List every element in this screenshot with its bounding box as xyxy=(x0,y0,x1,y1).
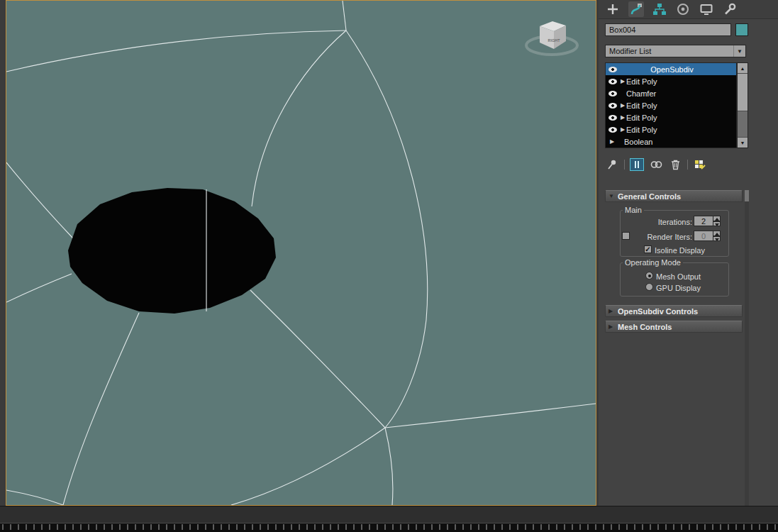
spinner-arrows[interactable] xyxy=(713,231,721,241)
gpu-display-label: GPU Display xyxy=(656,284,701,292)
iterations-spinner[interactable]: 2 xyxy=(694,216,721,226)
visibility-icon[interactable] xyxy=(608,127,617,133)
toolbar-separator xyxy=(687,160,688,170)
scroll-thumb[interactable] xyxy=(738,74,748,111)
stack-row-edit-poly-2[interactable]: ▶ Edit Poly xyxy=(606,99,736,111)
render-iters-spinner[interactable]: 0 xyxy=(694,231,721,241)
expand-arrow-icon[interactable]: ▶ xyxy=(619,126,626,133)
stack-row-edit-poly-1[interactable]: ▶ Edit Poly xyxy=(606,75,736,87)
visibility-icon[interactable] xyxy=(608,91,617,96)
stack-row-edit-poly-3[interactable]: ▶ Edit Poly xyxy=(606,111,736,123)
visibility-icon[interactable] xyxy=(608,115,617,121)
visibility-icon[interactable] xyxy=(608,79,617,84)
plus-icon xyxy=(608,4,618,14)
scroll-up-button[interactable]: ▲ xyxy=(738,63,748,74)
configure-modifier-sets-button[interactable] xyxy=(693,158,707,171)
show-end-result-button[interactable] xyxy=(630,158,644,171)
panel-scrollbar[interactable] xyxy=(745,190,749,506)
tab-create[interactable] xyxy=(605,1,621,17)
panel-scroll-thumb[interactable] xyxy=(745,190,749,201)
dropdown-arrow-icon[interactable]: ▼ xyxy=(733,45,745,57)
isoline-display-label: Isoline Display xyxy=(655,246,705,255)
rollout-title: General Controls xyxy=(618,192,681,201)
tab-hierarchy[interactable] xyxy=(652,1,667,17)
expand-arrow-icon: ▶ xyxy=(608,308,614,314)
hierarchy-icon xyxy=(652,2,667,16)
iterations-label: Iterations: xyxy=(627,218,692,226)
rollout-mesh-controls[interactable]: ▶ Mesh Controls xyxy=(605,321,743,333)
stack-scrollbar[interactable]: ▲ ▼ xyxy=(737,62,748,148)
modifier-label: Edit Poly xyxy=(626,77,736,86)
spinner-arrows[interactable] xyxy=(713,216,721,226)
tab-display[interactable] xyxy=(699,1,714,17)
make-unique-button[interactable] xyxy=(649,158,663,171)
command-panel-tabbar xyxy=(599,0,778,19)
toolbar-separator xyxy=(624,160,625,170)
mesh-output-label: Mesh Output xyxy=(656,272,701,281)
group-title: Main xyxy=(623,206,644,214)
viewport-canvas: RIGHT xyxy=(6,1,596,505)
iterations-value[interactable]: 2 xyxy=(694,216,713,226)
rollout-title: Mesh Controls xyxy=(618,323,672,331)
status-strip xyxy=(0,506,778,523)
collapse-arrow-icon: ▼ xyxy=(608,193,614,199)
display-monitor-icon xyxy=(699,2,713,16)
modifier-label: Edit Poly xyxy=(626,113,736,122)
scroll-down-button[interactable]: ▼ xyxy=(738,137,748,148)
stack-row-chamfer[interactable]: Chamfer xyxy=(606,87,736,99)
stack-toolbar xyxy=(605,157,747,172)
viewcube-face-label: RIGHT xyxy=(548,38,560,43)
track-bar-ruler[interactable] xyxy=(0,523,778,532)
modifier-label: Chamfer xyxy=(626,89,736,98)
tab-utilities[interactable] xyxy=(722,1,738,17)
mesh-output-radio[interactable] xyxy=(645,272,653,279)
3ds-max-window: RIGHT xyxy=(0,0,778,532)
remove-modifier-button[interactable] xyxy=(668,158,682,171)
timeline-ticks xyxy=(2,524,778,530)
base-object-label: Boolean xyxy=(616,138,736,146)
render-iters-value[interactable]: 0 xyxy=(694,231,713,241)
modifier-list-dropdown[interactable]: Modifier List ▼ xyxy=(605,45,746,57)
expand-arrow-icon[interactable]: ▶ xyxy=(608,138,616,145)
modifier-label: Edit Poly xyxy=(626,101,736,110)
make-unique-icon xyxy=(650,158,662,171)
isoline-display-checkbox[interactable]: ✓ xyxy=(644,245,652,253)
check-icon: ✓ xyxy=(645,245,650,253)
modifier-label: OpenSubdiv xyxy=(619,65,736,74)
render-iters-label: Render Iters: xyxy=(631,233,692,241)
modify-icon xyxy=(629,2,643,16)
render-iters-checkbox[interactable] xyxy=(622,232,630,240)
viewcube[interactable]: RIGHT xyxy=(526,21,577,55)
mesh-hole-face xyxy=(68,188,276,314)
expand-arrow-icon: ▶ xyxy=(608,323,614,330)
visibility-icon[interactable] xyxy=(608,103,617,109)
stack-row-opensubdiv[interactable]: OpenSubdiv xyxy=(606,63,736,75)
expand-arrow-icon[interactable]: ▶ xyxy=(619,114,626,121)
modifier-stack: OpenSubdiv ▶ Edit Poly Chamfer ▶ Edit Po… xyxy=(605,62,737,148)
pin-stack-button[interactable] xyxy=(605,158,619,171)
object-color-swatch[interactable] xyxy=(735,23,748,36)
group-title: Operating Mode xyxy=(623,258,683,267)
expand-arrow-icon[interactable]: ▶ xyxy=(619,78,626,84)
motion-wheel-icon xyxy=(676,2,690,16)
trash-icon xyxy=(669,158,682,171)
rollout-title: OpenSubdiv Controls xyxy=(618,307,698,316)
rollout-opensubdiv-controls[interactable]: ▶ OpenSubdiv Controls xyxy=(605,305,743,317)
viewport-right-view[interactable]: RIGHT xyxy=(6,0,596,506)
rollout-general-controls[interactable]: ▼ General Controls xyxy=(605,190,743,202)
gpu-display-radio[interactable] xyxy=(645,283,653,291)
stack-row-edit-poly-4[interactable]: ▶ Edit Poly xyxy=(606,123,736,135)
command-panel: Box004 Modifier List ▼ OpenSubdiv ▶ Edit… xyxy=(599,0,778,506)
expand-arrow-icon[interactable]: ▶ xyxy=(619,102,626,109)
modifier-list-label: Modifier List xyxy=(609,47,651,55)
modifier-label: Edit Poly xyxy=(626,126,736,134)
stack-row-boolean[interactable]: ▶ Boolean xyxy=(606,135,736,148)
tab-motion[interactable] xyxy=(675,1,691,17)
object-name-field[interactable]: Box004 xyxy=(605,23,731,36)
tab-modify[interactable] xyxy=(628,1,644,17)
visibility-icon[interactable] xyxy=(608,67,617,72)
wrench-icon xyxy=(723,2,737,16)
pushpin-icon xyxy=(606,158,618,171)
configure-sets-icon xyxy=(694,158,706,171)
